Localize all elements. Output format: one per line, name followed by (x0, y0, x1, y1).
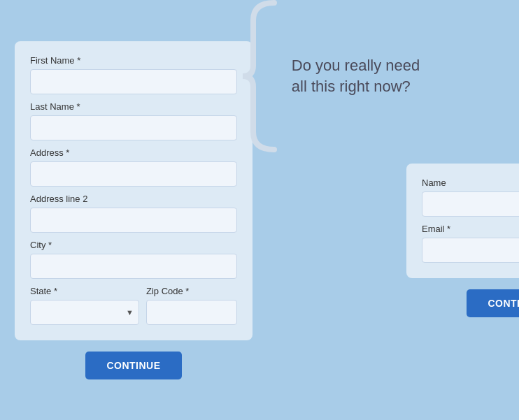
first-name-group: First Name * (30, 55, 237, 94)
last-name-group: Last Name * (30, 101, 237, 140)
content-area: First Name * Last Name * Address * Addre… (15, 41, 504, 379)
address2-input[interactable] (30, 208, 237, 233)
name-input[interactable] (422, 191, 519, 217)
zip-label: Zip Code * (146, 286, 237, 296)
name-group: Name (422, 178, 519, 217)
brace-icon (239, 0, 281, 153)
email-input[interactable] (422, 238, 519, 263)
left-form-card: First Name * Last Name * Address * Addre… (15, 41, 253, 340)
address-input[interactable] (30, 161, 237, 187)
name-label: Name (422, 178, 519, 188)
address-group: Address * (30, 147, 237, 187)
address2-group: Address line 2 (30, 194, 237, 233)
zip-group: Zip Code * (146, 286, 237, 325)
state-select-wrapper: ▼ (30, 300, 139, 325)
page-wrapper: First Name * Last Name * Address * Addre… (0, 0, 519, 420)
state-group: State * ▼ (30, 286, 139, 325)
last-name-input[interactable] (30, 115, 237, 140)
first-name-input[interactable] (30, 69, 237, 94)
first-name-label: First Name * (30, 55, 237, 66)
zip-input[interactable] (146, 300, 237, 325)
city-group: City * (30, 240, 237, 279)
right-form-card: Name Email * (406, 164, 519, 278)
city-input[interactable] (30, 254, 237, 279)
last-name-label: Last Name * (30, 101, 237, 112)
address-label: Address * (30, 147, 237, 158)
right-section: Name Email * CONTINUE (406, 164, 519, 317)
state-zip-row: State * ▼ Zip Code * (30, 286, 237, 325)
middle-section: Do you really needall this right now? (253, 0, 406, 153)
state-select[interactable] (30, 300, 139, 325)
email-group: Email * (422, 224, 519, 263)
right-continue-button[interactable]: CONTINUE (467, 289, 519, 317)
left-continue-button[interactable]: CONTINUE (85, 352, 181, 379)
brace-container: Do you really needall this right now? (239, 0, 420, 153)
state-label: State * (30, 286, 139, 296)
city-label: City * (30, 240, 237, 250)
left-section: First Name * Last Name * Address * Addre… (15, 41, 253, 379)
address2-label: Address line 2 (30, 194, 237, 204)
email-label: Email * (422, 224, 519, 234)
brace-question-text: Do you really needall this right now? (292, 55, 420, 96)
